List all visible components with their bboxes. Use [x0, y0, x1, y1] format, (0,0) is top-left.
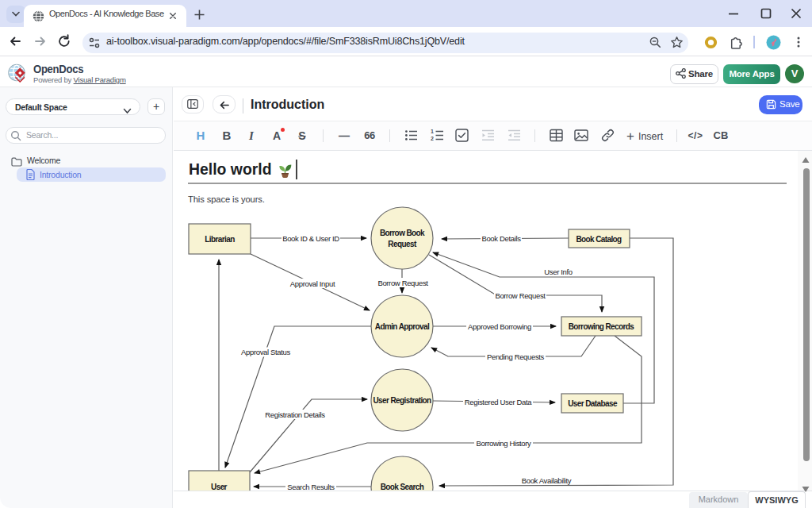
svg-text:Borrow Request: Borrow Request: [495, 291, 546, 300]
svg-text:Book Details: Book Details: [481, 234, 521, 243]
svg-text:Borrow Request: Borrow Request: [377, 279, 428, 287]
svg-text:Pending Requests: Pending Requests: [487, 352, 545, 361]
svg-text:Request: Request: [388, 240, 417, 248]
svg-text:Borrow Book: Borrow Book: [380, 229, 425, 237]
svg-text:Admin Approval: Admin Approval: [375, 322, 430, 331]
svg-text:Search Results: Search Results: [287, 483, 335, 491]
svg-text:Registration Details: Registration Details: [265, 410, 325, 419]
svg-text:Borrowing Records: Borrowing Records: [569, 322, 635, 331]
svg-text:Librarian: Librarian: [205, 235, 235, 244]
svg-text:User Database: User Database: [568, 399, 618, 408]
svg-text:Book Catalog: Book Catalog: [576, 235, 622, 244]
svg-text:Approval Status: Approval Status: [241, 348, 290, 356]
svg-text:User Info: User Info: [544, 267, 572, 276]
svg-text:Book ID & User ID: Book ID & User ID: [282, 234, 339, 243]
svg-text:Approved Borrowing: Approved Borrowing: [468, 322, 531, 331]
svg-text:Borrowing History: Borrowing History: [476, 439, 531, 448]
svg-text:Registered User Data: Registered User Data: [465, 398, 532, 406]
svg-text:User Registration: User Registration: [373, 396, 431, 405]
svg-text:Book Availability: Book Availability: [522, 476, 572, 485]
svg-text:Approval Input: Approval Input: [290, 279, 335, 288]
